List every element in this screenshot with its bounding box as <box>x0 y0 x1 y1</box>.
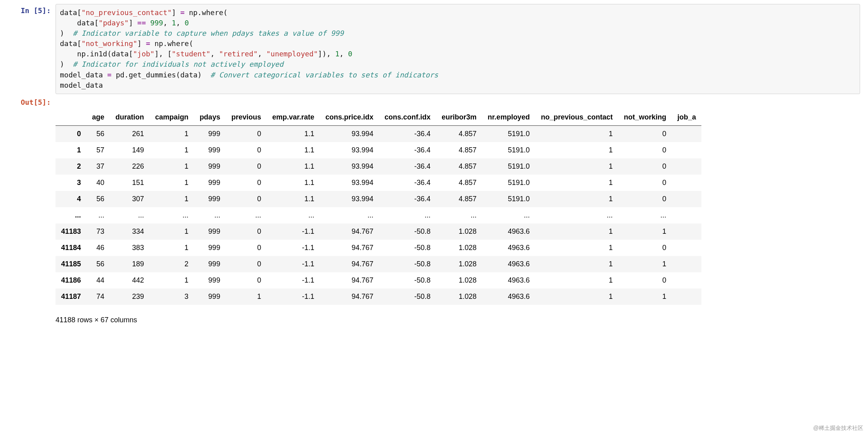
code-string: "no_previous_contact" <box>81 8 172 17</box>
code-operator: == <box>137 19 146 27</box>
column-header: duration <box>110 109 150 126</box>
table-cell <box>672 207 701 223</box>
code-string: "retired" <box>219 50 258 58</box>
code-input[interactable]: data["no_previous_contact"] = np.where( … <box>56 4 860 94</box>
table-cell: 0 <box>226 158 267 175</box>
table-cell: 5191.0 <box>482 191 535 207</box>
code-text: model_data <box>60 81 103 89</box>
table-cell: 4963.6 <box>482 289 535 305</box>
table-cell: 93.994 <box>320 191 379 207</box>
table-cell: -1.1 <box>267 272 320 289</box>
code-text: model_data <box>60 71 107 79</box>
code-text: np.in1d(data[ <box>60 50 133 58</box>
index-header <box>56 109 86 126</box>
table-cell: 94.767 <box>320 240 379 256</box>
code-text: ] <box>172 8 181 17</box>
code-comment: # Indicator for individuals not actively… <box>73 60 284 68</box>
table-cell: 73 <box>86 223 110 240</box>
output-cell: Out[5]: agedurationcampaignpdaysprevious… <box>8 96 860 324</box>
table-cell: 0 <box>226 272 267 289</box>
row-index: 41184 <box>56 240 86 256</box>
table-cell: -50.8 <box>379 289 436 305</box>
table-cell: 999 <box>194 125 226 142</box>
row-index: 3 <box>56 175 86 191</box>
table-cell: 4963.6 <box>482 256 535 272</box>
table-row: 411855618929990-1.194.767-50.81.0284963.… <box>56 256 701 272</box>
table-cell: -36.4 <box>379 191 436 207</box>
code-text: np.where( <box>184 8 227 17</box>
table-cell: 1.1 <box>267 175 320 191</box>
table-cell: 1 <box>535 272 618 289</box>
table-cell: 4963.6 <box>482 272 535 289</box>
table-cell: -50.8 <box>379 240 436 256</box>
table-cell: 1.1 <box>267 158 320 175</box>
table-cell: -36.4 <box>379 158 436 175</box>
row-index: 41183 <box>56 223 86 240</box>
table-cell: 0 <box>618 272 672 289</box>
table-cell <box>672 191 701 207</box>
table-cell: 56 <box>86 256 110 272</box>
table-cell: 1 <box>535 175 618 191</box>
table-cell: -1.1 <box>267 289 320 305</box>
table-cell: 40 <box>86 175 110 191</box>
input-prompt: In [5]: <box>8 4 56 15</box>
code-text: pd.get_dummies(data) <box>111 71 210 79</box>
table-cell: ... <box>379 207 436 223</box>
table-cell: 1 <box>618 223 672 240</box>
table-cell: ... <box>436 207 482 223</box>
table-cell: 999 <box>194 240 226 256</box>
table-row: ....................................... <box>56 207 701 223</box>
dataframe-table: agedurationcampaignpdayspreviousemp.var.… <box>56 109 701 305</box>
code-text: data[ <box>60 19 99 27</box>
code-comment: # Indicator variable to capture when pda… <box>73 29 344 37</box>
table-header-row: agedurationcampaignpdayspreviousemp.var.… <box>56 109 701 126</box>
table-cell: 1 <box>150 223 194 240</box>
table-cell: 4.857 <box>436 191 482 207</box>
table-cell: ... <box>320 207 379 223</box>
code-string: "student" <box>172 50 211 58</box>
table-cell: 5191.0 <box>482 142 535 158</box>
table-cell: -1.1 <box>267 240 320 256</box>
table-cell: 4.857 <box>436 125 482 142</box>
table-row: 411877423939991-1.194.767-50.81.0284963.… <box>56 289 701 305</box>
column-header: cons.price.idx <box>320 109 379 126</box>
table-cell: 149 <box>110 142 150 158</box>
table-cell: 94.767 <box>320 272 379 289</box>
table-cell: 1 <box>150 158 194 175</box>
table-cell: 1 <box>535 191 618 207</box>
table-cell: -36.4 <box>379 142 436 158</box>
code-text: ], [ <box>154 50 171 58</box>
table-cell: 1.1 <box>267 125 320 142</box>
table-cell: 1.028 <box>436 289 482 305</box>
table-cell: -1.1 <box>267 256 320 272</box>
table-cell: 57 <box>86 142 110 158</box>
table-cell: 1 <box>226 289 267 305</box>
table-cell: 4.857 <box>436 175 482 191</box>
column-header: euribor3m <box>436 109 482 126</box>
code-text: data[ <box>60 8 81 17</box>
code-number: 0 <box>348 50 352 58</box>
table-cell: 0 <box>618 175 672 191</box>
table-cell: 94.767 <box>320 289 379 305</box>
column-header: campaign <box>150 109 194 126</box>
table-row: 411844638319990-1.194.767-50.81.0284963.… <box>56 240 701 256</box>
table-cell: 334 <box>110 223 150 240</box>
table-row: 237226199901.193.994-36.44.8575191.010 <box>56 158 701 175</box>
table-cell: 1 <box>150 125 194 142</box>
table-cell <box>672 125 701 142</box>
table-cell: 1 <box>535 158 618 175</box>
column-header: not_working <box>618 109 672 126</box>
row-index: 4 <box>56 191 86 207</box>
output-area: agedurationcampaignpdayspreviousemp.var.… <box>56 96 860 324</box>
column-header: age <box>86 109 110 126</box>
table-cell: 93.994 <box>320 175 379 191</box>
table-cell: 0 <box>226 240 267 256</box>
code-text <box>146 19 150 27</box>
table-cell: 1 <box>535 142 618 158</box>
table-cell: 1.1 <box>267 142 320 158</box>
code-number: 1 <box>172 19 176 27</box>
code-comment: # Convert categorical variables to sets … <box>210 71 438 79</box>
column-header: job_a <box>672 109 701 126</box>
table-cell: 999 <box>194 289 226 305</box>
table-cell: 4.857 <box>436 142 482 158</box>
